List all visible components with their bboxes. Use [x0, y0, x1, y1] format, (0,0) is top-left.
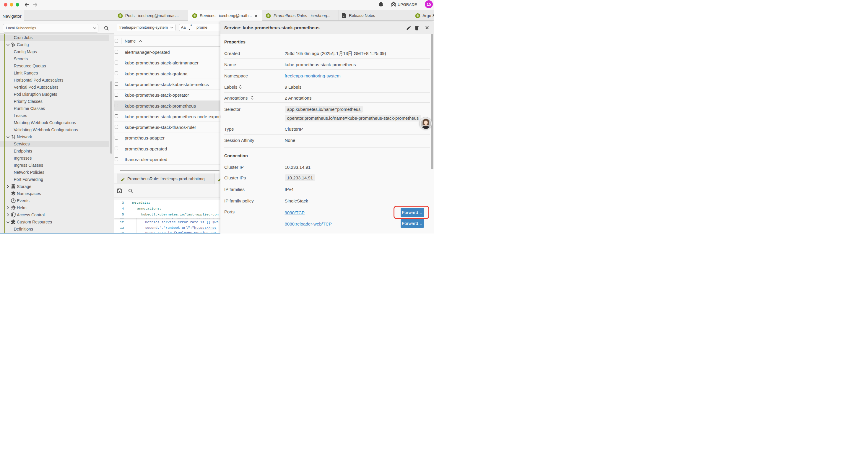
svg-text:HELM: HELM [11, 207, 15, 209]
